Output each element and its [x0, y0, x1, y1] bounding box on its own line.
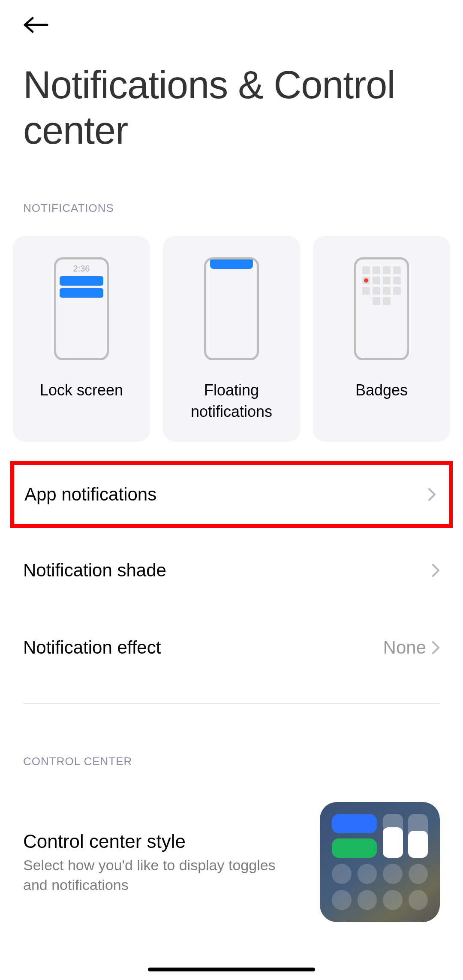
arrow-left-icon	[23, 16, 49, 33]
section-divider	[23, 703, 440, 704]
card-label: Lock screen	[36, 380, 127, 401]
row-notification-effect[interactable]: Notification effect None	[23, 635, 440, 660]
control-center-thumbnail-icon	[320, 802, 440, 922]
card-lock-screen[interactable]: 2:36 Lock screen	[13, 236, 150, 442]
control-center-section-header: Control Center	[23, 755, 132, 768]
row-control-center-style[interactable]: Control center style Select how you'd li…	[23, 802, 440, 922]
chevron-right-icon	[432, 564, 440, 577]
floating-mock-icon	[204, 257, 259, 360]
mock-time: 2:36	[73, 264, 90, 274]
chevron-right-icon	[432, 641, 440, 654]
row-label: Notification shade	[23, 560, 166, 581]
row-app-notifications[interactable]: App notifications	[10, 461, 453, 528]
back-button[interactable]	[23, 16, 49, 33]
home-indicator[interactable]	[148, 968, 315, 971]
page-title: Notifications & Control center	[23, 62, 446, 153]
card-label: Badges	[351, 380, 412, 401]
cards-row: 2:36 Lock screen Floating notifications …	[13, 236, 450, 442]
row-notification-shade[interactable]: Notification shade	[23, 558, 440, 583]
notifications-section-header: Notifications	[23, 202, 114, 215]
cc-style-subtitle: Select how you'd like to display toggles…	[23, 856, 303, 895]
card-badges[interactable]: Badges	[313, 236, 450, 442]
badges-mock-icon	[354, 257, 409, 360]
row-label: Notification effect	[23, 637, 161, 658]
row-label: App notifications	[24, 484, 156, 505]
cc-style-title: Control center style	[23, 829, 303, 853]
row-value: None	[383, 637, 426, 658]
lock-screen-mock-icon: 2:36	[54, 257, 109, 360]
chevron-right-icon	[428, 488, 436, 501]
card-label: Floating notifications	[163, 380, 300, 423]
card-floating-notifications[interactable]: Floating notifications	[163, 236, 300, 442]
